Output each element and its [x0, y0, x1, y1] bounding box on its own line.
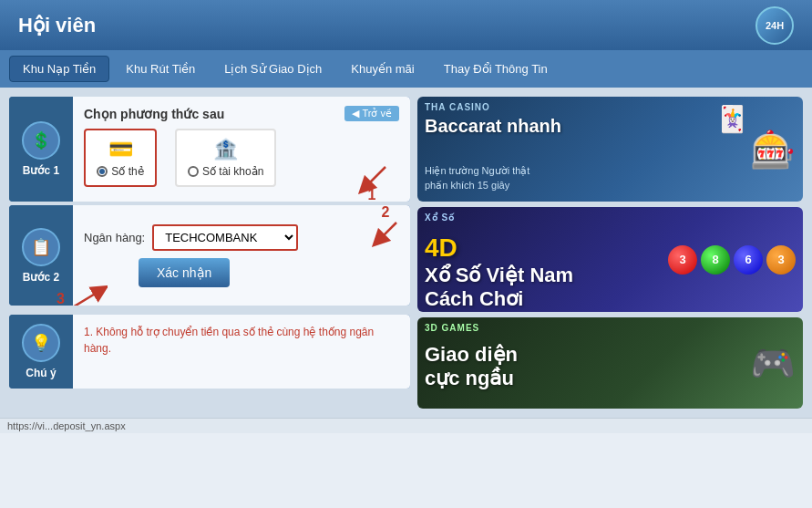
confirm-area: Xác nhận 3 [84, 258, 399, 287]
tab-lich-su[interactable]: Lịch Sử Giao Dịch [211, 56, 334, 82]
games3d-promo[interactable]: 3D GAMES Giao diện cực ngầu 🎮 [417, 317, 803, 409]
svg-line-1 [378, 223, 396, 241]
baccarat-subtitle: Hiện trường Người thật phấn khích 15 giâ… [425, 164, 529, 192]
baccarat-promo[interactable]: THA CASINO Baccarat nhanh Hiện trường Ng… [417, 97, 803, 202]
main-content: 💲 Bước 1 Chọn phương thức sau ◀ Trở về 💳 [0, 88, 812, 418]
step1-content: Chọn phương thức sau ◀ Trở về 💳 Số thẻ [73, 97, 410, 202]
xoso-label: Xổ Số [425, 213, 455, 223]
playing-cards-icon: 🃏 [716, 104, 748, 134]
bank-row: Ngân hàng: TECHCOMBANK 2 [84, 224, 399, 251]
step3-row: 💡 Chú ý 1. Không hỗ trợ chuyển tiền qua … [9, 315, 410, 389]
num2: 2 [382, 205, 390, 221]
card-icon: 💳 [108, 138, 133, 161]
step1-label: Bước 1 [23, 164, 59, 177]
bank-label: Ngân hàng: [84, 231, 145, 244]
nav-tabs: Khu Nạp Tiền Khu Rút Tiền Lịch Sử Giao D… [0, 50, 812, 88]
games3d-icon: 🎮 [750, 342, 796, 385]
step3-icon-col: 💡 Chú ý [9, 315, 73, 389]
tab-rut-tien[interactable]: Khu Rút Tiền [113, 56, 208, 82]
choose-method-title: Chọn phương thức sau ◀ Trở về [84, 106, 399, 121]
step3-content: 1. Không hỗ trợ chuyển tiền qua số thẻ c… [73, 315, 410, 389]
baccarat-label: THA CASINO [425, 102, 490, 112]
method-options: 💳 Số thẻ 🏦 Số tài khoản [84, 129, 399, 187]
arrow3-svg [67, 285, 108, 306]
method-card-so-tk[interactable]: 🏦 Số tài khoản [175, 129, 276, 187]
step2-row: 📋 Bước 2 Ngân hàng: TECHCOMBANK 2 [9, 205, 410, 306]
annotation1: 1 [354, 162, 390, 202]
back-button[interactable]: ◀ Trở về [344, 106, 399, 121]
page-title: Hội viên [18, 14, 96, 37]
xoso-title-line1: 4D [425, 233, 573, 264]
radio-so-tk [188, 166, 199, 177]
tab-khuyen-mai[interactable]: Khuyến mãi [338, 56, 427, 82]
baccarat-title: Baccarat nhanh [425, 115, 561, 137]
ball-3: 3 [668, 245, 697, 275]
xoso-balls: 3 8 6 3 [668, 245, 796, 275]
num1: 1 [368, 187, 376, 202]
step3-icon: 💡 [22, 324, 60, 362]
xoso-title: 4D Xổ Số Việt Nam Cách Chơi [425, 233, 573, 311]
left-panel: 💲 Bước 1 Chọn phương thức sau ◀ Trở về 💳 [9, 97, 410, 409]
svg-line-0 [365, 167, 385, 188]
method-card-so-the[interactable]: 💳 Số thẻ [84, 129, 157, 187]
radio-so-the [97, 166, 108, 177]
step1-row: 💲 Bước 1 Chọn phương thức sau ◀ Trở về 💳 [9, 97, 410, 202]
note-text: 1. Không hỗ trợ chuyển tiền qua số thẻ c… [84, 324, 399, 357]
games3d-label: 3D GAMES [425, 323, 479, 333]
badge-24h: 24H [755, 6, 794, 45]
tab-nap-tien[interactable]: Khu Nạp Tiền [9, 56, 109, 82]
confirm-button[interactable]: Xác nhận [139, 258, 230, 287]
step2-icon: 📋 [22, 228, 60, 266]
annotation3: 3 [57, 285, 108, 306]
ball-extra: 3 [766, 245, 796, 275]
ball-8: 8 [701, 245, 730, 275]
step2-content: Ngân hàng: TECHCOMBANK 2 Xác nhận [73, 205, 410, 306]
xoso-promo[interactable]: Xổ Số 4D Xổ Số Việt Nam Cách Chơi 3 8 6 … [417, 207, 803, 312]
bank-icon: 🏦 [213, 138, 238, 161]
step1-icon: 💲 [22, 121, 60, 160]
num3: 3 [57, 291, 65, 306]
bank-select[interactable]: TECHCOMBANK [152, 224, 298, 251]
right-panel: THA CASINO Baccarat nhanh Hiện trường Ng… [417, 97, 803, 409]
tab-thay-doi[interactable]: Thay Đổi Thông Tin [431, 56, 560, 82]
step3-label: Chú ý [26, 367, 56, 379]
arrow2-svg [367, 221, 404, 248]
chips-icon: 🎰 [750, 128, 796, 171]
annotation2: 2 [367, 205, 404, 248]
status-bar: https://vi...deposit_yn.aspx [0, 418, 812, 433]
games3d-title: Giao diện cực ngầu [425, 343, 518, 391]
step2-label: Bước 2 [23, 271, 59, 284]
step1-icon-col: 💲 Bước 1 [9, 97, 73, 202]
header: Hội viên 24H [0, 0, 812, 50]
svg-line-2 [71, 290, 101, 306]
ball-6: 6 [734, 245, 763, 275]
